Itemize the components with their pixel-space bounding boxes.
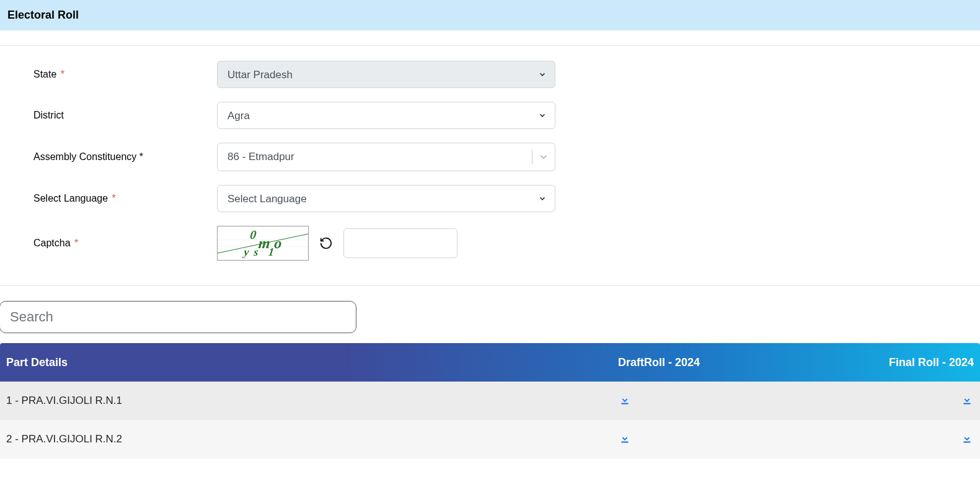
district-select[interactable]: Agra	[217, 102, 555, 129]
ac-value: 86 - Etmadpur	[227, 151, 527, 163]
table-header: Part Details DraftRoll - 2024 Final Roll…	[0, 343, 980, 382]
col-header-draft: DraftRoll - 2024	[616, 356, 875, 369]
col-header-part: Part Details	[0, 356, 616, 369]
label-language: Select Language *	[33, 193, 217, 204]
cell-final	[875, 431, 980, 448]
label-state: State *	[33, 69, 217, 80]
cell-draft	[616, 393, 875, 409]
label-captcha: Captcha *	[33, 238, 217, 249]
state-select[interactable]: Uttar Pradesh	[217, 61, 555, 88]
row-captcha: Captcha * y0sm1o	[0, 226, 980, 261]
table-row: 1 - PRA.VI.GIJOLI R.N.1	[0, 382, 980, 420]
table-row: 2 - PRA.VI.GIJOLI R.N.2	[0, 420, 980, 458]
svg-rect-2	[622, 441, 629, 442]
label-district: District	[33, 110, 217, 121]
download-icon	[618, 431, 632, 445]
captcha-input[interactable]	[343, 228, 457, 258]
download-icon	[960, 431, 974, 445]
page-title: Electoral Roll	[7, 9, 973, 22]
district-select-wrap: Agra	[217, 102, 555, 129]
table-body: 1 - PRA.VI.GIJOLI R.N.1 2 - PRA.VI.GIJOL…	[0, 382, 980, 458]
search-section	[0, 301, 980, 333]
col-header-final: Final Roll - 2024	[875, 356, 980, 369]
cell-part: 2 - PRA.VI.GIJOLI R.N.2	[0, 433, 616, 445]
row-language: Select Language * Select Language	[0, 185, 980, 212]
svg-rect-0	[622, 403, 629, 404]
svg-rect-1	[964, 403, 971, 404]
search-input[interactable]	[0, 301, 356, 333]
language-select-wrap: Select Language	[217, 185, 555, 212]
captcha-text: y0sm1o	[244, 231, 283, 255]
ac-combobox[interactable]: 86 - Etmadpur	[217, 143, 555, 171]
label-ac: Assembly Constituency *	[33, 151, 217, 163]
download-final-button[interactable]	[960, 431, 974, 445]
cell-final	[875, 393, 980, 409]
captcha-image: y0sm1o	[217, 226, 309, 261]
refresh-captcha-button[interactable]	[317, 235, 335, 252]
download-draft-button[interactable]	[618, 431, 632, 445]
ac-combo-wrap: 86 - Etmadpur	[217, 143, 555, 171]
svg-rect-3	[964, 441, 971, 442]
cell-draft	[616, 431, 875, 448]
cell-part: 1 - PRA.VI.GIJOLI R.N.1	[0, 395, 616, 407]
row-district: District Agra	[0, 102, 980, 129]
chevron-down-icon	[532, 151, 555, 163]
form-section: State * Uttar Pradesh District Agra Asse…	[0, 45, 980, 286]
results-table: Part Details DraftRoll - 2024 Final Roll…	[0, 343, 980, 458]
captcha-controls: y0sm1o	[217, 226, 555, 261]
refresh-icon	[319, 236, 333, 250]
download-draft-button[interactable]	[618, 393, 632, 406]
row-state: State * Uttar Pradesh	[0, 61, 980, 88]
page-header: Electoral Roll	[0, 0, 980, 30]
download-final-button[interactable]	[960, 393, 974, 406]
download-icon	[960, 393, 974, 406]
download-icon	[618, 393, 632, 406]
row-ac: Assembly Constituency * 86 - Etmadpur	[0, 143, 980, 171]
language-select[interactable]: Select Language	[217, 185, 555, 212]
state-select-wrap: Uttar Pradesh	[217, 61, 555, 88]
